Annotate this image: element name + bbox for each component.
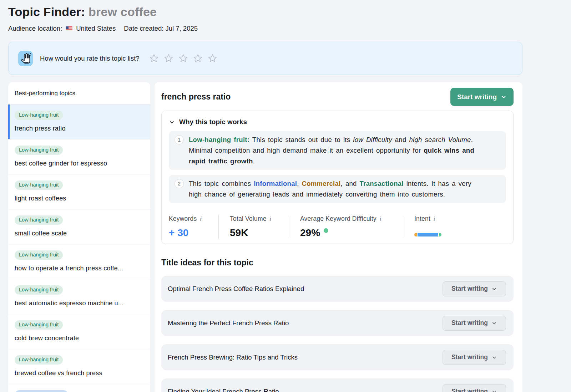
rating-banner: How would you rate this topic list?: [8, 42, 522, 75]
difficulty-label: Average Keyword Difficulty: [300, 215, 377, 223]
page-header: Topic Finder: brew coffee Audience locat…: [8, 5, 571, 32]
chevron-down-icon: [501, 94, 507, 100]
info-icon[interactable]: i: [380, 216, 381, 222]
content-columns: Best-performing topics Low-hanging fruit…: [8, 82, 571, 392]
stat-total-volume: Total Volume i 59K: [218, 215, 289, 239]
title-idea-text: Optimal French Press Coffee Ratios Expla…: [168, 285, 304, 293]
rating-question: How would you rate this topic list?: [40, 55, 140, 62]
info-icon[interactable]: i: [200, 216, 202, 222]
topic-item-label: how to operate a french press coffe...: [15, 264, 144, 273]
us-flag-icon: [66, 26, 72, 31]
chevron-down-icon: [491, 389, 497, 392]
why-topic-works-header[interactable]: Why this topic works: [169, 118, 506, 126]
difficulty-dot: [324, 228, 328, 233]
page-title: Topic Finder: brew coffee: [8, 5, 571, 19]
why-topic-works-card: Why this topic works 1 Low-hanging fruit…: [161, 111, 514, 244]
chevron-down-icon: [491, 286, 497, 292]
star-icon-5[interactable]: [208, 54, 217, 63]
topic-item-label: best automatic espresso machine u...: [15, 299, 144, 308]
topic-item-small-coffee-scale[interactable]: Low-hanging fruit small coffee scale: [8, 209, 150, 244]
topic-item-label: best coffee grinder for espresso: [15, 159, 144, 168]
page-title-query: brew coffee: [89, 5, 157, 19]
title-idea-text: Finding Your Ideal French Press Ratio: [168, 388, 279, 392]
title-ideas-heading: Title ideas for this topic: [161, 258, 514, 268]
meta-row: Audience location: United States Date cr…: [8, 25, 571, 32]
date-created: Date created: Jul 7, 2025: [124, 25, 198, 32]
topic-item-best-automatic-espresso-machine[interactable]: Low-hanging fruit best automatic espress…: [8, 279, 150, 314]
star-icon-1[interactable]: [149, 54, 159, 63]
low-hanging-fruit-badge: Low-hanging fruit: [15, 215, 63, 225]
collapse-chevron-icon: [169, 119, 175, 125]
intent-bar: [414, 233, 441, 236]
info-icon[interactable]: i: [270, 216, 272, 222]
low-hanging-fruit-badge: Low-hanging fruit: [15, 320, 63, 330]
topic-item-label: light roast coffees: [15, 194, 144, 203]
topic-item-partial[interactable]: [8, 384, 150, 392]
title-idea-row-2: Mastering the Perfect French Press Ratio…: [161, 310, 514, 336]
intent-segment-transactional: [439, 233, 441, 236]
topic-item-best-coffee-grinder[interactable]: Low-hanging fruit best coffee grinder fo…: [8, 139, 150, 174]
audience-location-label: Audience location:: [8, 25, 62, 32]
low-hanging-fruit-badge: Low-hanging fruit: [15, 146, 63, 155]
rating-stars: [144, 54, 217, 63]
reason-box-1: 1 Low-hanging fruit: This topic stands o…: [169, 131, 506, 170]
topic-item-french-press-ratio[interactable]: Low-hanging fruit french press ratio: [8, 104, 150, 139]
stat-average-keyword-difficulty: Average Keyword Difficulty i 29%: [289, 215, 403, 239]
low-hanging-fruit-badge: Low-hanging fruit: [15, 250, 63, 260]
start-writing-button-idea-4[interactable]: Start writing: [443, 384, 506, 392]
chevron-down-icon: [491, 355, 497, 360]
title-idea-text: Mastering the Perfect French Press Ratio: [168, 319, 289, 327]
star-icon-2[interactable]: [164, 54, 173, 63]
title-idea-row-1: Optimal French Press Coffee Ratios Expla…: [161, 276, 514, 302]
start-writing-button-idea-3[interactable]: Start writing: [443, 350, 506, 365]
best-performing-topics-panel: Best-performing topics Low-hanging fruit…: [8, 82, 150, 392]
reason-number: 2: [175, 179, 184, 188]
start-writing-button-idea-1[interactable]: Start writing: [443, 281, 506, 296]
topic-item-label: brewed coffee vs french press: [15, 368, 144, 378]
start-writing-button[interactable]: Start writing: [450, 88, 514, 106]
topic-item-how-to-operate-french-press[interactable]: Low-hanging fruit how to operate a frenc…: [8, 244, 150, 279]
hand-icon: [18, 51, 33, 66]
topic-item-brewed-coffee-vs-french-press[interactable]: Low-hanging fruit brewed coffee vs frenc…: [8, 349, 150, 384]
reason-text-1: Low-hanging fruit: This topic stands out…: [189, 134, 480, 167]
keywords-value: + 30: [169, 227, 218, 239]
low-hanging-fruit-badge: Low-hanging fruit: [15, 180, 63, 190]
topic-heading: french press ratio: [161, 92, 231, 102]
reason-number: 1: [175, 135, 184, 144]
sidebar-title: Best-performing topics: [8, 82, 150, 104]
low-hanging-fruit-badge: Low-hanging fruit: [15, 285, 63, 295]
title-idea-row-3: French Press Brewing: Ratio Tips and Tri…: [161, 344, 514, 370]
title-idea-text: French Press Brewing: Ratio Tips and Tri…: [168, 353, 298, 361]
reason-text-2: This topic combines Informational, Comme…: [189, 178, 480, 200]
topic-item-light-roast-coffees[interactable]: Low-hanging fruit light roast coffees: [8, 174, 150, 209]
topic-item-cold-brew-concentrate[interactable]: Low-hanging fruit cold brew concentrate: [8, 314, 150, 349]
audience-location-value: United States: [76, 25, 116, 32]
reason-box-2: 2 This topic combines Informational, Com…: [169, 175, 506, 203]
keywords-label: Keywords: [169, 215, 197, 223]
intent-label: Intent: [414, 215, 430, 223]
info-icon[interactable]: i: [434, 216, 435, 222]
topic-badge-partial: [15, 390, 68, 392]
total-volume-label: Total Volume: [230, 215, 267, 223]
total-volume-value: 59K: [230, 227, 289, 239]
page-title-label: Topic Finder:: [8, 5, 85, 19]
topic-item-label: cold brew concentrate: [15, 334, 144, 343]
topic-detail-header: french press ratio Start writing: [161, 88, 514, 106]
intent-segment-informational: [418, 233, 438, 236]
chevron-down-icon: [491, 320, 497, 326]
difficulty-value: 29%: [300, 227, 320, 239]
low-hanging-fruit-badge: Low-hanging fruit: [15, 111, 63, 120]
topic-item-label: small coffee scale: [15, 229, 144, 238]
star-icon-3[interactable]: [178, 54, 188, 63]
title-idea-row-4: Finding Your Ideal French Press Ratio St…: [161, 378, 514, 392]
stat-keywords: Keywords i + 30: [169, 215, 218, 239]
topic-item-label: french press ratio: [15, 124, 144, 133]
start-writing-button-idea-2[interactable]: Start writing: [443, 316, 506, 331]
intent-segment-commercial: [414, 233, 417, 236]
topic-stats-row: Keywords i + 30 Total Volume i 59K: [169, 215, 506, 239]
why-topic-works-title: Why this topic works: [179, 118, 247, 126]
star-icon-4[interactable]: [193, 54, 203, 63]
topic-detail-panel: french press ratio Start writing Why thi…: [155, 82, 522, 392]
topic-finder-page: Topic Finder: brew coffee Audience locat…: [0, 0, 571, 392]
low-hanging-fruit-badge: Low-hanging fruit: [15, 355, 63, 365]
